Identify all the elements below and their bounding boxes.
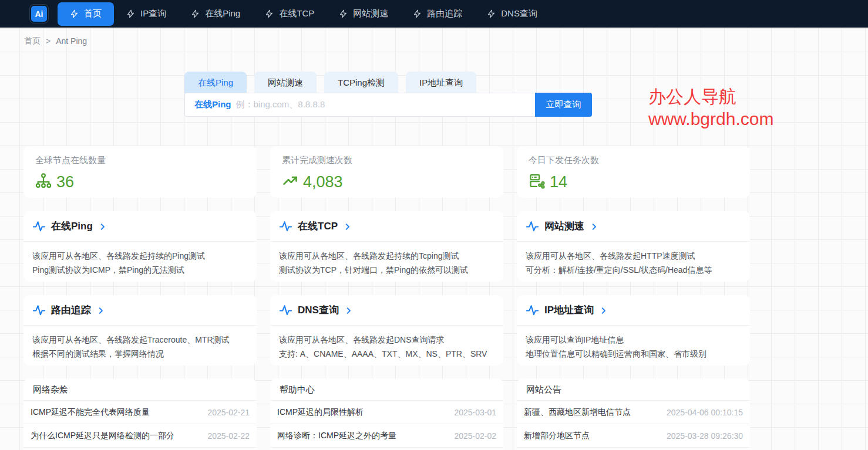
- feature-line1: 该应用可从各地区、各线路发起持续的Ping测试: [32, 249, 248, 263]
- list-item-date: 2025-02-02: [454, 431, 496, 441]
- search-input[interactable]: 在线Ping 例：bing.com、8.8.8.8: [184, 93, 535, 117]
- list-item[interactable]: ICMP延迟的局限性解析 2025-03-01: [270, 401, 503, 424]
- lightning-icon: [265, 9, 274, 18]
- feature-line1: 该应用可以查询IP地址信息: [526, 333, 741, 347]
- server-tasks-icon: [529, 172, 545, 191]
- feature-line2: 地理位置信息可以精确到运营商和国家、省市级别: [526, 347, 741, 361]
- feature-title: IP地址查询: [544, 303, 594, 317]
- lightning-icon: [191, 9, 200, 18]
- list-item-text: ICMP延迟的局限性解析: [277, 407, 364, 418]
- feature-line1: 该应用可从各地区、各线路发起持续的Tcping测试: [279, 249, 494, 263]
- feature-description: 该应用可从各地区、各线路发起Traceroute、MTR测试 根据不同的测试结果…: [23, 326, 257, 361]
- stat-card-tests: 累计完成测速次数 4,083: [270, 146, 503, 198]
- list-item-text: 为什么ICMP延迟只是网络检测的一部分: [31, 431, 174, 441]
- nav-item-label: IP查询: [140, 8, 166, 19]
- tab-site-speed[interactable]: 网站测速: [254, 72, 317, 93]
- lightning-icon: [413, 9, 422, 18]
- nav-item-site-speed[interactable]: 网站测速: [327, 2, 401, 26]
- feature-header[interactable]: 网站测速: [517, 211, 750, 242]
- list-card-site-announcements: 网站公告 新疆、西藏地区新增电信节点 2025-04-06 00:10:15 新…: [517, 378, 750, 450]
- feature-description: 该应用可从各地区、各线路发起HTTP速度测试 可分析：解析/连接/重定向/SSL…: [517, 242, 750, 277]
- chevron-right-icon: [599, 305, 608, 315]
- chevron-right-icon: [96, 305, 105, 315]
- breadcrumb-separator: >: [46, 36, 51, 46]
- list-title: 帮助中心: [270, 378, 503, 401]
- feature-title: 路由追踪: [51, 303, 91, 317]
- feature-line2: 根据不同的测试结果，掌握网络情况: [32, 347, 248, 361]
- nav-item-traceroute[interactable]: 路由追踪: [401, 2, 475, 26]
- search-input-prefix: 在线Ping: [194, 99, 231, 110]
- feature-header[interactable]: IP地址查询: [517, 295, 750, 326]
- feature-header[interactable]: 路由追踪: [23, 295, 257, 326]
- chevron-right-icon: [344, 305, 353, 315]
- list-item[interactable]: 新疆、西藏地区新增电信节点 2025-04-06 00:10:15: [517, 401, 750, 424]
- feature-description: 该应用可从各地区、各线路发起持续的Ping测试 Ping测试协议为ICMP，禁P…: [23, 242, 257, 277]
- nav-item-online-ping[interactable]: 在线Ping: [179, 2, 253, 26]
- nav-item-dns-lookup[interactable]: DNS查询: [475, 2, 550, 26]
- feature-line2: Ping测试协议为ICMP，禁Ping的无法测试: [32, 263, 248, 277]
- pulse-icon: [32, 219, 46, 233]
- list-item-date: 2025-03-01: [454, 408, 496, 417]
- list-item[interactable]: 为什么ICMP延迟只是网络检测的一部分 2025-02-22: [23, 424, 257, 448]
- stat-title: 累计完成测速次数: [282, 155, 492, 166]
- app-logo[interactable]: Ai: [31, 6, 47, 22]
- watermark-line2: www.bgrdh.com: [648, 108, 773, 130]
- list-card-network-misc: 网络杂烩 ICMP延迟不能完全代表网络质量 2025-02-21 为什么ICMP…: [23, 378, 257, 450]
- breadcrumb: 首页 > Ant Ping: [24, 36, 87, 46]
- feature-card-online-tcp: 在线TCP 该应用可从各地区、各线路发起持续的Tcping测试 测试协议为TCP…: [270, 211, 503, 282]
- feature-line2: 支持: A、CNAME、AAAA、TXT、MX、NS、PTR、SRV: [279, 347, 494, 361]
- nav-item-label: DNS查询: [501, 8, 537, 19]
- nav-item-home[interactable]: 首页: [58, 2, 114, 26]
- list-item-date: 2025-02-21: [207, 408, 250, 417]
- feature-line1: 该应用可从各地区、各线路发起DNS查询请求: [279, 333, 494, 347]
- list-item[interactable]: 新增部分地区节点 2025-03-28 09:26:30: [517, 424, 750, 448]
- list-title: 网络杂烩: [23, 378, 257, 401]
- nav-item-label: 路由追踪: [427, 8, 462, 19]
- feature-header[interactable]: 在线Ping: [23, 211, 257, 242]
- stat-title: 今日下发任务次数: [529, 155, 738, 166]
- feature-line1: 该应用可从各地区、各线路发起HTTP速度测试: [526, 249, 741, 263]
- site-watermark: 办公人导航 www.bgrdh.com: [648, 86, 773, 130]
- list-item-text: ICMP延迟不能完全代表网络质量: [31, 407, 150, 418]
- feature-card-site-speed: 网站测速 该应用可从各地区、各线路发起HTTP速度测试 可分析：解析/连接/重定…: [517, 211, 750, 282]
- feature-description: 该应用可从各地区、各线路发起持续的Tcping测试 测试协议为TCP，针对端口，…: [270, 242, 503, 277]
- feature-card-online-ping: 在线Ping 该应用可从各地区、各线路发起持续的Ping测试 Ping测试协议为…: [23, 211, 257, 282]
- feature-title: 网站测速: [544, 219, 584, 233]
- feature-line2: 测试协议为TCP，针对端口，禁Ping的依然可以测试: [279, 263, 494, 277]
- pulse-icon: [526, 219, 539, 233]
- search-tabs: 在线Ping 网站测速 TCPing检测 IP地址查询: [184, 72, 476, 93]
- network-nodes-icon: [35, 172, 52, 191]
- pulse-icon: [32, 303, 46, 317]
- list-item-date: 2025-03-28 09:26:30: [667, 431, 743, 441]
- page: Ai 首页 IP查询 在线Ping 在线TCP 网站测速: [0, 0, 868, 450]
- tab-tcping[interactable]: TCPing检测: [324, 72, 398, 93]
- feature-header[interactable]: 在线TCP: [270, 211, 503, 242]
- search-bar: 在线Ping 例：bing.com、8.8.8.8 立即查询: [184, 93, 592, 117]
- list-item-text: 网络诊断：ICMP延迟之外的考量: [277, 431, 396, 441]
- feature-card-dns-lookup: DNS查询 该应用可从各地区、各线路发起DNS查询请求 支持: A、CNAME、…: [270, 295, 503, 366]
- nav-item-label: 网站测速: [353, 8, 388, 19]
- feature-header[interactable]: DNS查询: [270, 295, 503, 326]
- feature-description: 该应用可从各地区、各线路发起DNS查询请求 支持: A、CNAME、AAAA、T…: [270, 326, 503, 361]
- query-now-button[interactable]: 立即查询: [535, 93, 592, 117]
- nav-menu: 首页 IP查询 在线Ping 在线TCP 网站测速 路由追踪: [58, 2, 550, 26]
- nav-item-ip-lookup[interactable]: IP查询: [114, 2, 179, 26]
- feature-title: 在线Ping: [51, 219, 93, 233]
- stat-title: 全球节点在线数量: [35, 155, 245, 166]
- lightning-icon: [126, 9, 135, 18]
- top-navbar: Ai 首页 IP查询 在线Ping 在线TCP 网站测速: [0, 0, 868, 28]
- search-input-placeholder: 例：bing.com、8.8.8.8: [236, 99, 325, 110]
- list-item[interactable]: ICMP延迟不能完全代表网络质量 2025-02-21: [23, 401, 257, 424]
- tab-ip-lookup[interactable]: IP地址查询: [406, 72, 476, 93]
- lightning-icon: [487, 9, 496, 18]
- breadcrumb-home[interactable]: 首页: [24, 36, 41, 46]
- stat-value: 4,083: [303, 173, 343, 191]
- feature-description: 该应用可以查询IP地址信息 地理位置信息可以精确到运营商和国家、省市级别: [517, 326, 750, 361]
- list-item[interactable]: 网络诊断：ICMP延迟之外的考量 2025-02-02: [270, 424, 503, 448]
- nav-item-online-tcp[interactable]: 在线TCP: [253, 2, 327, 26]
- watermark-line1: 办公人导航: [648, 86, 773, 108]
- pulse-icon: [526, 303, 539, 317]
- lightning-icon: [339, 9, 348, 18]
- tab-online-ping[interactable]: 在线Ping: [184, 72, 247, 93]
- list-card-help-center: 帮助中心 ICMP延迟的局限性解析 2025-03-01 网络诊断：ICMP延迟…: [270, 378, 503, 450]
